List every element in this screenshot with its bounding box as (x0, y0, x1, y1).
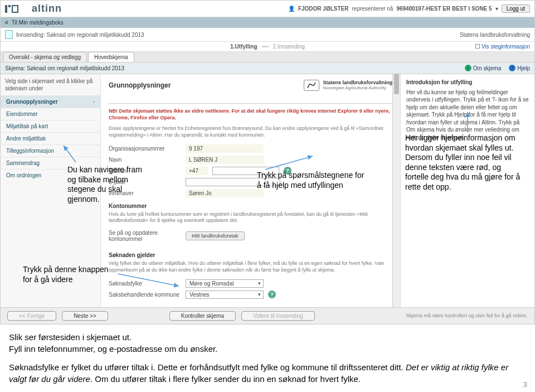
orgnr-label: Organisasjonsnummer (109, 146, 181, 152)
soknadsfylke-select[interactable]: Møre og Romsdal (186, 279, 264, 288)
schema-subheader: Skjema: Søknad om regionalt miljøtilskud… (1, 62, 534, 74)
person-icon: 👤 (288, 6, 295, 12)
tabs: Oversikt - skjema og vedlegg Hovedskjema (1, 52, 534, 62)
agency-block: Statens landbruksforvaltning Norwegian A… (304, 80, 392, 91)
annotation-nextbutton: Trykk på denne knappen for å gå videre (23, 265, 118, 284)
soknadsfylke-label: Søknadsfylke (109, 280, 181, 287)
screenshot-panel: altinn 👤 FJODOR JØLSTER representerer nå… (0, 0, 535, 325)
navn-value: L SØREN J (186, 156, 264, 164)
kommune-label: Saksbehandlende kommune (109, 292, 181, 298)
mitt-landbruksforetak-button[interactable]: Mitt landbruksforetak (186, 231, 245, 240)
document-icon (5, 30, 13, 39)
sidebar-item-eiendommer[interactable]: Eiendommer (1, 108, 100, 120)
title-row: Innsending: Søknad om regionalt miljøtil… (1, 28, 534, 42)
sidebar-item-grunnopplysninger[interactable]: Grunnopplysninger› (1, 95, 100, 108)
videre-button: Videre til innsending (241, 311, 315, 321)
page-number: 3 (523, 380, 527, 389)
tab-overview[interactable]: Oversikt - skjema og vedlegg (3, 52, 87, 62)
explanatory-text: Slik ser førstesiden i skjemaet ut. Fyll… (0, 325, 535, 393)
annotation-helppane: Her ligger hjelpeinformasjon om hvordan … (405, 133, 525, 192)
logout-button[interactable]: Logg ut (502, 4, 530, 13)
question-icon: ? (509, 65, 515, 71)
sidebar-item-tilleggsinformasjon[interactable]: Tilleggsinformasjon (1, 144, 100, 157)
agency-logo-icon (304, 80, 319, 91)
help-link[interactable]: ?Hjelp (509, 65, 530, 71)
kontonummer-info: Hvis du lurer på hvilket kontonummer som… (109, 211, 392, 224)
source-info: Disse opplysningene er hentet fra Enhets… (109, 125, 392, 138)
logo: altinn (5, 3, 62, 14)
annotation-questionmark: Trykk på spørsmålstegnene for å få hjelp… (257, 171, 368, 190)
kommune-help-icon[interactable]: ? (268, 291, 276, 298)
schema-name: Skjema: Søknad om regionalt miljøtilskud… (5, 65, 124, 71)
topbar: altinn 👤 FJODOR JØLSTER representerer nå… (1, 1, 534, 17)
form-pane: Grunnopplysninger Statens landbruksforva… (101, 74, 401, 307)
annotation-navigate: Du kan navigere fram og tilbake mellom s… (67, 165, 145, 204)
tab-main-form[interactable]: Hovedskjema (88, 52, 134, 62)
user-org: 969400197-HEST ER BEST I SONE 5 (396, 6, 492, 12)
below-line2: Fyll inn telefonnummer, og e-postadresse… (9, 344, 217, 354)
scrollbar-thumb[interactable] (394, 74, 399, 94)
next-button[interactable]: Neste >> (62, 311, 108, 321)
user-represents-text: representerer nå (352, 6, 393, 12)
altinn-logo-icon (5, 4, 28, 13)
scrollbar[interactable] (392, 74, 400, 307)
navn-label: Navn (109, 157, 181, 163)
sidebar-item-miljotiltak-kart[interactable]: Miljøtiltak på kart (1, 120, 100, 132)
kontroller-button[interactable]: Kontroller skjema (169, 311, 236, 321)
browser-warning: NB! Dette skjemaet støttes ikke av eldre… (109, 108, 392, 121)
footer-bar: << Forrige Neste >> Kontroller skjema Vi… (1, 307, 534, 324)
kommune-select[interactable]: Vestnes (186, 291, 264, 299)
innehaver-value: Søren Jo (186, 189, 264, 197)
below-line1: Slik ser førstesiden i skjemaet ut. (9, 332, 132, 342)
back-label: Til Min meldingsboks (12, 20, 64, 26)
telefon-prefix: +47 (186, 167, 208, 175)
agency-subname: Norwegian Agricultural Authority (323, 86, 392, 91)
step-1: 1.Utfylling (230, 43, 257, 50)
logo-text: altinn (32, 3, 62, 14)
about-schema-link[interactable]: iOm skjema (465, 65, 502, 71)
steps-row: 1.Utfylling ━━ 2.Innsending Vis steginfo… (1, 42, 534, 52)
user-area: 👤 FJODOR JØLSTER representerer nå 969400… (288, 4, 530, 13)
help-pane-heading: Introduksjon for utfylling (406, 79, 529, 86)
form-title: Innsending: Søknad om regionalt miljøtil… (16, 32, 144, 38)
chevron-down-icon[interactable]: ▾ (495, 6, 498, 12)
below-p3c: . Om du utfører tiltak i flere fylker se… (90, 374, 361, 384)
agency-label: Statens landbruksforvaltning (460, 32, 530, 38)
sidebar-item-andre-miljotiltak[interactable]: Andre miljøtiltak (1, 132, 100, 144)
footer-note: Skjema må være kontrollert og uten feil … (406, 313, 528, 318)
step-2: 2.Innsending (273, 43, 305, 50)
show-step-info-link[interactable]: Vis steginformasjon (481, 43, 530, 50)
square-icon (475, 44, 480, 49)
kontonummer-heading: Kontonummer (109, 203, 392, 209)
form-heading: Grunnopplysninger (109, 81, 171, 89)
below-p3a: Søknadsfylke er fylket du utfører tiltak… (9, 362, 406, 372)
sidebar-hint: Velg side i skjemaet ved å klikke på sid… (1, 74, 100, 95)
konto-update-label: Se på og oppdatere kontonummer (109, 230, 181, 242)
soknaden-gjelder-heading: Søknaden gjelder (109, 252, 392, 258)
prev-button: << Forrige (7, 311, 56, 321)
chevron-right-icon: › (93, 99, 95, 105)
info-icon: i (465, 65, 471, 71)
soknaden-gjelder-info: Velg fylket der du utfører miljøtiltak. … (109, 260, 392, 273)
user-name: FJODOR JØLSTER (298, 6, 349, 12)
chevron-left-icon: < (5, 20, 8, 26)
back-strip[interactable]: < Til Min meldingsboks (1, 17, 534, 28)
orgnr-value: 9 197 (186, 144, 264, 153)
